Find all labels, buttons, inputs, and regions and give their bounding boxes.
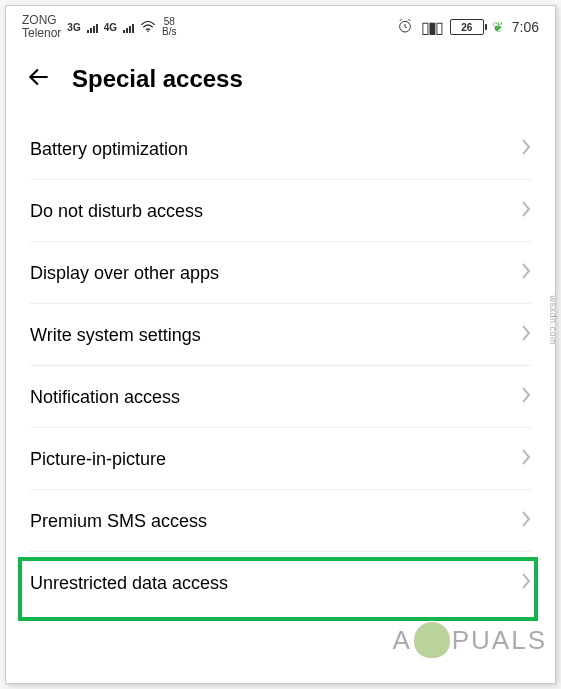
watermark-text-1: A bbox=[392, 625, 411, 656]
item-picture-in-picture[interactable]: Picture-in-picture bbox=[6, 428, 555, 490]
watermark-text-2: PUALS bbox=[452, 625, 547, 656]
network-type-1: 3G bbox=[67, 22, 80, 33]
list-item-label: Battery optimization bbox=[30, 139, 188, 160]
item-display-over-other-apps[interactable]: Display over other apps bbox=[6, 242, 555, 304]
power-save-leaf-icon: ❦ bbox=[492, 19, 504, 35]
signal-bars-icon bbox=[87, 21, 98, 33]
network-speed: 58 B/s bbox=[162, 17, 176, 37]
item-premium-sms-access[interactable]: Premium SMS access bbox=[6, 490, 555, 552]
chevron-right-icon bbox=[521, 510, 531, 532]
svg-point-0 bbox=[147, 30, 149, 32]
speed-unit: B/s bbox=[162, 27, 176, 37]
carrier-2: Telenor bbox=[22, 27, 61, 40]
chevron-right-icon bbox=[521, 448, 531, 470]
clock-time: 7:06 bbox=[512, 19, 539, 35]
list-item-label: Display over other apps bbox=[30, 263, 219, 284]
list-item-label: Do not disturb access bbox=[30, 201, 203, 222]
network-type-2: 4G bbox=[104, 22, 117, 33]
watermark-logo-icon bbox=[414, 622, 450, 658]
item-unrestricted-data-access[interactable]: Unrestricted data access bbox=[6, 552, 555, 614]
device-frame: ZONG Telenor 3G 4G 58 B/s ▯▮▯ 26 ❦ bbox=[5, 5, 556, 684]
status-right: ▯▮▯ 26 ❦ 7:06 bbox=[397, 18, 539, 37]
vibrate-icon: ▯▮▯ bbox=[421, 18, 442, 37]
battery-icon: 26 bbox=[450, 19, 484, 35]
wifi-icon bbox=[140, 19, 156, 36]
alarm-icon bbox=[397, 18, 413, 37]
page-header: Special access bbox=[6, 44, 555, 106]
source-attribution: wsxdn.com bbox=[548, 295, 558, 345]
carrier-labels: ZONG Telenor bbox=[22, 14, 61, 40]
status-left: ZONG Telenor 3G 4G 58 B/s bbox=[22, 14, 177, 40]
battery-percent: 26 bbox=[461, 22, 472, 33]
page-title: Special access bbox=[72, 65, 243, 93]
item-write-system-settings[interactable]: Write system settings bbox=[6, 304, 555, 366]
item-notification-access[interactable]: Notification access bbox=[6, 366, 555, 428]
list-item-label: Write system settings bbox=[30, 325, 201, 346]
item-battery-optimization[interactable]: Battery optimization bbox=[6, 118, 555, 180]
watermark: A PUALS bbox=[392, 622, 547, 658]
chevron-right-icon bbox=[521, 138, 531, 160]
signal-bars-icon-2 bbox=[123, 21, 134, 33]
list-item-label: Premium SMS access bbox=[30, 511, 207, 532]
back-button[interactable] bbox=[26, 64, 52, 94]
chevron-right-icon bbox=[521, 262, 531, 284]
settings-list: Battery optimization Do not disturb acce… bbox=[6, 106, 555, 614]
item-do-not-disturb-access[interactable]: Do not disturb access bbox=[6, 180, 555, 242]
status-bar: ZONG Telenor 3G 4G 58 B/s ▯▮▯ 26 ❦ bbox=[6, 6, 555, 44]
list-item-label: Unrestricted data access bbox=[30, 573, 228, 594]
chevron-right-icon bbox=[521, 386, 531, 408]
chevron-right-icon bbox=[521, 572, 531, 594]
chevron-right-icon bbox=[521, 200, 531, 222]
list-item-label: Picture-in-picture bbox=[30, 449, 166, 470]
list-item-label: Notification access bbox=[30, 387, 180, 408]
chevron-right-icon bbox=[521, 324, 531, 346]
